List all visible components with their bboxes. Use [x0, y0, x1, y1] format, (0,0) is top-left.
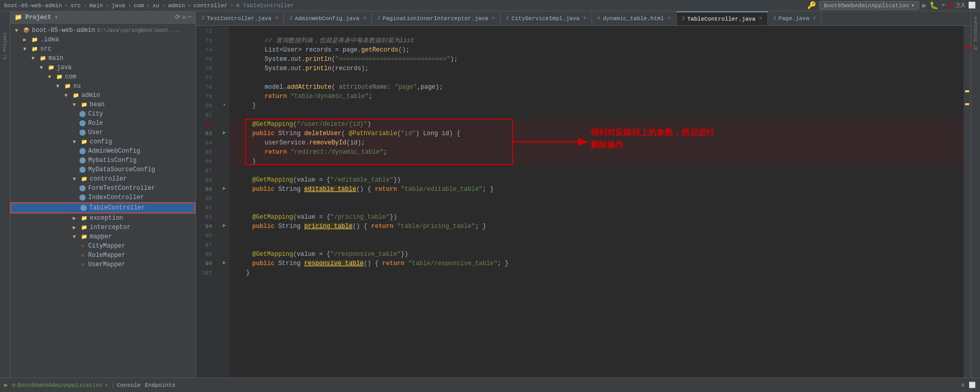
- tree-root[interactable]: ▼ 📦 boot-05-web-admin D:\Java\springBoot…: [10, 26, 195, 35]
- project-root-label: boot-05-web-admin: [32, 27, 95, 34]
- tab-endpoints[interactable]: Endpoints: [145, 382, 175, 388]
- code-line-76: System.out.println(records);: [230, 64, 963, 73]
- chevron-down-icon: ▼: [54, 82, 62, 90]
- panel-header-icons: ⟳ ⚙ —: [175, 13, 191, 21]
- tab-adminwebconfig[interactable]: J AdminWebConfig.java ×: [284, 11, 371, 25]
- exception-label: exception: [90, 215, 123, 222]
- chevron-right-icon: ▶: [21, 36, 29, 44]
- code-line-97: [230, 240, 963, 250]
- tree-item-indexcontroller[interactable]: IndexController: [10, 193, 195, 202]
- debug-icon[interactable]: 🐛: [929, 1, 938, 10]
- folder-icon: 📁: [80, 175, 88, 183]
- tree-item-com[interactable]: ▼ 📁 com: [10, 72, 195, 81]
- run-config-name: Boot05WebAdminApplication: [824, 3, 909, 9]
- bottom-right-icons: ⚙ ⬜: [961, 382, 976, 388]
- run-config-selector[interactable]: Boot05WebAdminApplication ▾: [819, 1, 919, 10]
- tab-tablecontroller[interactable]: J TableController.java ×: [677, 11, 768, 25]
- tree-item-mybatisconfig[interactable]: MybatisConfig: [10, 156, 195, 165]
- tree-item-usermapper[interactable]: ≈ UserMapper: [10, 260, 195, 269]
- tab-console[interactable]: Console: [117, 382, 141, 388]
- scroll-marker-yellow2: [965, 103, 969, 105]
- translate-icon[interactable]: 文A: [955, 1, 965, 10]
- tab-dynamictable[interactable]: H dynamic_table.html ×: [592, 11, 677, 25]
- chevron-down-icon: ▼: [62, 91, 70, 100]
- right-scrollbar[interactable]: [963, 26, 971, 378]
- user-label: User: [88, 129, 103, 136]
- tree-item-controller[interactable]: ▼ 📁 controller: [10, 174, 195, 184]
- tree-item-src[interactable]: ▼ 📁 src: [10, 44, 195, 54]
- tree-item-adminwebconfig[interactable]: AdminWebConfig: [10, 146, 195, 156]
- close-icon[interactable]: ×: [813, 15, 816, 21]
- tree-item-bean[interactable]: ▼ 📁 bean: [10, 100, 195, 109]
- indexcontroller-label: IndexController: [88, 194, 144, 201]
- chevron-down-icon: ▼: [70, 101, 78, 109]
- tree-item-config[interactable]: ▼ 📁 config: [10, 137, 195, 146]
- idea-label: .idea: [40, 36, 59, 43]
- close-icon[interactable]: ×: [759, 16, 762, 22]
- tree-item-tablecontroller[interactable]: TableController: [10, 202, 195, 214]
- folder-icon: 📁: [80, 138, 88, 146]
- tree-item-mapper[interactable]: ▼ 📁 mapper: [10, 232, 195, 241]
- stop-icon[interactable]: ■: [949, 2, 952, 9]
- mapper-label: mapper: [90, 233, 112, 240]
- code-line-92: [230, 203, 963, 213]
- annotation-line2: 删除操作: [591, 139, 714, 151]
- tree-item-interceptor[interactable]: ▶ 📁 interceptor: [10, 223, 195, 232]
- rolemapper-label: RoleMapper: [88, 252, 125, 259]
- scroll-marker-yellow: [965, 90, 969, 92]
- tab-label: AdminWebConfig.java: [295, 15, 359, 22]
- run-icon[interactable]: ▶: [922, 1, 926, 10]
- tab-cityserviceimpl[interactable]: J CityServiceImpl.java ×: [501, 11, 592, 25]
- editor-content[interactable]: 72 73 74 75 76 77 78 79 80 81 82 83 84 8…: [196, 26, 971, 378]
- tree-item-user[interactable]: User: [10, 128, 195, 137]
- tree-item-formtestcontroller[interactable]: FormTestController: [10, 184, 195, 193]
- tree-item-idea[interactable]: ▶ 📁 .idea: [10, 35, 195, 44]
- xu-label: xu: [73, 83, 80, 90]
- breadcrumb: boot-05-web-admin › src › main › java › …: [4, 2, 294, 9]
- code-line-98: @GetMapping(value = {"/responsive_table"…: [230, 250, 963, 259]
- run-label[interactable]: ⚙ Boot05WebAdminApplication ×: [12, 382, 108, 388]
- close-icon[interactable]: ×: [583, 15, 586, 21]
- key-icon: 🔑: [807, 1, 816, 10]
- sync-icon[interactable]: ⟳: [175, 13, 180, 21]
- settings-icon[interactable]: ⚙: [961, 382, 965, 388]
- project-strip-label[interactable]: 1: Project: [3, 32, 8, 60]
- code-line-95: [230, 231, 963, 240]
- close-icon[interactable]: ×: [492, 15, 495, 21]
- tree-item-admin[interactable]: ▼ 📁 admin: [10, 91, 195, 100]
- layout-icon[interactable]: ⬜: [969, 382, 976, 388]
- admin-label: admin: [81, 92, 100, 99]
- tree-item-role[interactable]: Role: [10, 119, 195, 128]
- tree-item-mydatasourceconfig[interactable]: MyDataSourceConfig: [10, 165, 195, 174]
- tree-item-rolemapper[interactable]: ≈ RoleMapper: [10, 251, 195, 260]
- chevron-down-icon[interactable]: ▾: [54, 13, 58, 21]
- code-line-80: }: [230, 101, 963, 110]
- close-icon[interactable]: ×: [363, 15, 366, 21]
- tab-paginationinnerinterceptor[interactable]: J PaginationInnerInterceptor.java ×: [372, 11, 501, 25]
- coverage-icon[interactable]: ☂: [941, 2, 945, 9]
- tree-item-java[interactable]: ▼ 📁 java: [10, 63, 195, 72]
- maximize-icon[interactable]: ⬜: [968, 2, 976, 9]
- tab-page[interactable]: J Page.java ×: [768, 11, 822, 25]
- collapse-icon[interactable]: —: [188, 13, 191, 21]
- run-close-icon[interactable]: ×: [105, 382, 108, 388]
- toolbar-right: 🔑 Boot05WebAdminApplication ▾ ▶ 🐛 ☂ ■ 文A…: [807, 1, 976, 10]
- close-icon[interactable]: ×: [275, 15, 278, 21]
- tree-item-exception[interactable]: ▶ 📁 exception: [10, 214, 195, 223]
- tree-item-citymapper[interactable]: ≈ CityMapper: [10, 241, 195, 251]
- z-structure-strip[interactable]: Z: Structure: [971, 11, 980, 378]
- folder-icon: 📁: [63, 82, 72, 90]
- close-icon[interactable]: ×: [667, 15, 671, 21]
- tree-item-city[interactable]: City: [10, 109, 195, 119]
- project-tree: ▼ 📦 boot-05-web-admin D:\Java\springBoot…: [10, 24, 195, 378]
- tree-item-xu[interactable]: ▼ 📁 xu: [10, 81, 195, 91]
- bottom-bar: ▶ ⚙ Boot05WebAdminApplication × Console …: [0, 378, 980, 392]
- class-icon: [78, 166, 87, 174]
- code-area[interactable]: // 查询数据列表，也就是将表中每条数据封装为list List<User> r…: [230, 26, 963, 378]
- settings-icon[interactable]: ⚙: [182, 13, 186, 21]
- tab-testcontroller[interactable]: J TestController.java ×: [196, 11, 284, 25]
- adminwebconfig-label: AdminWebConfig: [88, 148, 140, 155]
- class-icon: [78, 184, 87, 192]
- project-icon: 📁: [14, 13, 22, 21]
- tree-item-main[interactable]: ▼ 📁 main: [10, 54, 195, 63]
